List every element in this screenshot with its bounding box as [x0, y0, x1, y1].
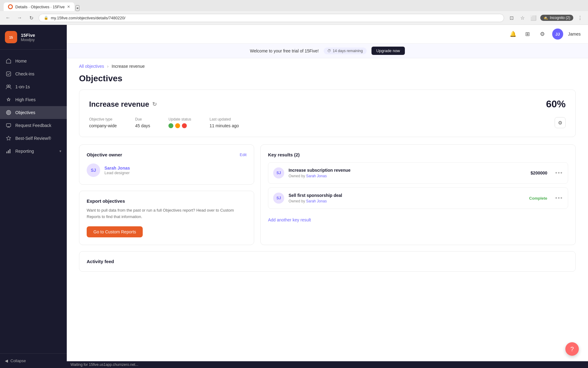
svg-rect-11: [8, 150, 9, 153]
address-bar[interactable]: 🔒 my.15five.com/objectives/details/74802…: [39, 14, 504, 22]
export-title: Export objectives: [87, 198, 247, 204]
svg-point-4: [7, 85, 9, 87]
kr-1-info: Increase subscription revenue Owned by S…: [288, 168, 526, 178]
meta-type: Objective type company-wide: [89, 117, 117, 128]
type-value: company-wide: [89, 123, 117, 128]
kr-1-menu-button[interactable]: •••: [555, 170, 563, 176]
kr-1-name: Increase subscription revenue: [288, 168, 526, 173]
breadcrumb-current: Increase revenue: [111, 64, 145, 69]
owner-panel-label: Objective owner: [87, 152, 122, 157]
svg-rect-12: [9, 149, 10, 153]
kr-2-owner: Owned by Sarah Jonas: [288, 199, 525, 203]
kr-2-owner-link[interactable]: Sarah Jonas: [306, 199, 327, 203]
sidebar-item-highfives[interactable]: High Fives: [0, 93, 67, 106]
custom-reports-button[interactable]: Go to Custom Reports: [87, 226, 143, 237]
svg-rect-9: [6, 124, 11, 127]
review-icon: [6, 135, 12, 141]
objective-settings-button[interactable]: ⚙: [555, 117, 566, 128]
feedback-icon: [6, 122, 12, 128]
user-avatar[interactable]: JJ: [552, 29, 563, 40]
highfives-icon: [6, 97, 12, 103]
sidebar-item-feedback[interactable]: Request Feedback: [0, 119, 67, 132]
new-tab-button[interactable]: +: [76, 5, 79, 11]
breadcrumb: All objectives › Increase revenue: [67, 58, 588, 71]
extension-icon[interactable]: ⬜: [529, 13, 538, 22]
edit-owner-link[interactable]: Edit: [240, 152, 247, 157]
svg-point-0: [9, 5, 12, 8]
sidebar-bottom: ◀ Collapse: [0, 353, 67, 368]
sidebar-label-1on1s: 1-on-1s: [15, 84, 30, 89]
active-tab[interactable]: Details · Objectives · 15Five ✕: [4, 2, 74, 11]
status-dots: [168, 123, 191, 128]
svg-point-8: [8, 112, 9, 113]
owner-card: SJ Sarah Jonas Lead designer: [87, 163, 247, 177]
browser-toolbar: ← → ↻ 🔒 my.15five.com/objectives/details…: [0, 11, 588, 25]
objective-percent: 60%: [546, 98, 566, 110]
sidebar-label-home: Home: [15, 59, 27, 63]
brand-logo: 15: [5, 31, 17, 43]
collapse-label: Collapse: [10, 358, 26, 363]
owner-name[interactable]: Sarah Jonas: [104, 166, 130, 171]
tab-favicon: [8, 4, 13, 9]
forward-button[interactable]: →: [15, 13, 24, 22]
brand-section: 15 15Five Moodjoy: [0, 25, 67, 50]
due-value: 45 days: [135, 123, 150, 128]
export-panel: Export objectives Want to pull data from…: [79, 191, 254, 245]
sidebar-label-highfives: High Fives: [15, 97, 36, 102]
sidebar-nav: Home Check-ins 1-on-1s High Fives: [0, 50, 67, 353]
svg-rect-10: [6, 151, 7, 153]
two-col-section: Objective owner Edit SJ Sarah Jonas Lead…: [79, 144, 576, 245]
reporting-icon: [6, 148, 12, 154]
grid-icon[interactable]: ⊞: [523, 29, 533, 39]
sidebar-item-objectives[interactable]: Objectives: [0, 106, 67, 119]
status-text: Waiting for 15five.us1app.churnzero.net.…: [70, 362, 138, 367]
browser-chrome: Details · Objectives · 15Five ✕ +: [0, 0, 588, 11]
owner-panel-title: Objective owner Edit: [87, 152, 247, 157]
kr-2-menu-button[interactable]: •••: [555, 195, 563, 201]
breadcrumb-parent[interactable]: All objectives: [79, 64, 104, 69]
activity-feed-panel: Activity feed: [79, 251, 576, 272]
owner-panel: Objective owner Edit SJ Sarah Jonas Lead…: [79, 144, 254, 185]
clock-icon: ⏱: [327, 49, 331, 53]
settings-icon[interactable]: ⚙: [537, 29, 547, 39]
sidebar-label-feedback: Request Feedback: [15, 123, 51, 128]
key-results-title: Key results (2): [268, 152, 568, 157]
sidebar-item-review[interactable]: Best-Self Review®: [0, 132, 67, 145]
kr-1-owner-prefix: Owned by: [288, 174, 306, 178]
reload-icon[interactable]: ↻: [152, 101, 157, 108]
key-results-panel: Key results (2) SJ Increase subscription…: [260, 144, 576, 245]
sidebar-item-reporting[interactable]: Reporting ▾: [0, 145, 67, 158]
status-label: Update status: [168, 117, 191, 121]
sidebar-item-1on1s[interactable]: 1-on-1s: [0, 80, 67, 93]
cast-icon[interactable]: ⊡: [507, 13, 516, 22]
sidebar-item-checkins[interactable]: Check-ins: [0, 67, 67, 80]
status-bar: Waiting for 15five.us1app.churnzero.net.…: [67, 361, 588, 368]
incognito-badge: 🕵 Incognito (2): [540, 15, 573, 21]
kr-1-avatar: SJ: [273, 167, 284, 178]
meta-due: Due 45 days: [135, 117, 150, 128]
trial-banner: Welcome to your free trial of 15Five! ⏱ …: [67, 44, 588, 58]
tab-close[interactable]: ✕: [67, 5, 70, 9]
checkins-icon: [6, 71, 12, 77]
activity-feed-title: Activity feed: [87, 259, 568, 264]
sidebar-label-reporting: Reporting: [15, 149, 34, 154]
top-bar: 🔔 ⊞ ⚙ JJ James: [67, 25, 588, 44]
meta-updated: Last updated 11 minutes ago: [209, 117, 239, 128]
days-remaining-pill: ⏱ 14 days remaining: [324, 48, 367, 54]
tab-title: Details · Objectives · 15Five: [15, 5, 65, 9]
add-key-result-link[interactable]: Add another key result: [268, 215, 311, 225]
menu-icon[interactable]: ⋮: [576, 13, 584, 22]
sidebar-item-home[interactable]: Home: [0, 55, 67, 67]
svg-text:15: 15: [9, 36, 13, 39]
upgrade-button[interactable]: Upgrade now: [371, 47, 405, 55]
kr-1-owner-link[interactable]: Sarah Jonas: [306, 174, 327, 178]
bookmark-icon[interactable]: ☆: [518, 13, 527, 22]
kr-2-value: Complete: [529, 196, 547, 201]
meta-status: Update status: [168, 117, 191, 128]
sidebar-label-objectives: Objectives: [15, 110, 35, 115]
back-button[interactable]: ←: [4, 13, 12, 22]
collapse-button[interactable]: ◀ Collapse: [5, 358, 62, 363]
notifications-icon[interactable]: 🔔: [508, 29, 518, 39]
help-button[interactable]: ?: [565, 342, 579, 356]
reload-button[interactable]: ↻: [27, 13, 36, 22]
